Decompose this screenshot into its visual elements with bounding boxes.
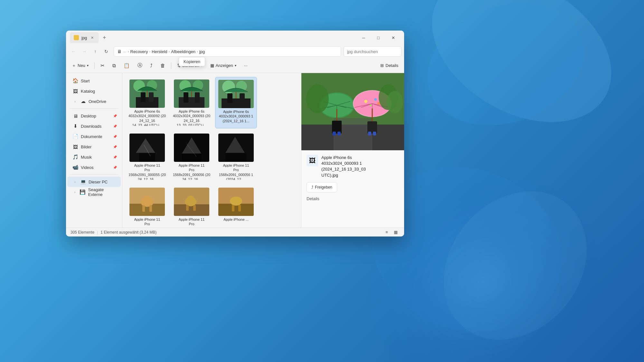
- preview-details-label: Details: [307, 196, 399, 201]
- file-explorer-window: jpg ✕ + ─ □ ✕ ← → ↑ ↻ Kopieren 🖥 ··· › R…: [66, 31, 404, 237]
- new-dropdown-icon: ▾: [87, 64, 89, 67]
- paste-button[interactable]: 📋: [120, 60, 133, 71]
- sidebar-item-downloads[interactable]: ⬇ Downloads 📌: [67, 121, 121, 131]
- file-item-8[interactable]: Apple iPhone 11Pro1587x1980_000029 (2024…: [171, 185, 213, 227]
- share-file-icon: ⤴: [311, 185, 313, 190]
- copy-button[interactable]: ⧉: [109, 60, 119, 71]
- bc-recovery[interactable]: Recovery: [130, 49, 148, 54]
- sidebar-item-desktop[interactable]: 🖥 Desktop 📌: [67, 111, 121, 121]
- breadcrumb[interactable]: 🖥 ··· › Recovery › Hersteld › Afbeelding…: [114, 46, 341, 57]
- file-item-1[interactable]: Apple iPhone 6s4032x3024_000092 (2024_12…: [126, 77, 168, 128]
- katalog-icon: 🖼: [72, 88, 78, 94]
- toolbar-sep-2: [171, 62, 171, 69]
- share-file-button[interactable]: ⤴ Freigeben: [307, 182, 337, 192]
- preview-info: 🖼 Apple iPhone 6s4032x3024_000093 1(2024…: [301, 150, 404, 206]
- sidebar-item-katalog[interactable]: 🖼 Katalog: [67, 86, 121, 96]
- svg-rect-48: [193, 205, 196, 211]
- file-item-2[interactable]: Apple iPhone 6s4032x3024_000093 (2024_12…: [171, 77, 213, 128]
- toolbar: ＋ Neu ▾ ✂ ⧉ 📋 Ⓐ ⤴ 🗑 ⇅ Sortieren ▾ ▦: [66, 58, 404, 73]
- bc-hersteld[interactable]: Hersteld: [152, 49, 167, 54]
- navigation-bar: ← → ↑ ↻ Kopieren 🖥 ··· › Recovery › Hers…: [66, 45, 404, 58]
- downloads-icon: ⬇: [72, 123, 78, 129]
- tab-close-button[interactable]: ✕: [90, 35, 95, 40]
- file-thumb-7: [129, 188, 165, 216]
- breadcrumb-more[interactable]: ···: [123, 49, 127, 54]
- file-item-7[interactable]: Apple iPhone 11Pro1587x1980_000028 (2024…: [126, 185, 168, 227]
- grid-view-button[interactable]: ▦: [392, 229, 400, 236]
- delete-icon: 🗑: [160, 63, 165, 68]
- maximize-button[interactable]: □: [371, 32, 385, 43]
- sidebar-item-dieser-pc-label: Dieser PC: [89, 180, 108, 184]
- sidebar-item-desktop-label: Desktop: [81, 114, 96, 118]
- list-view-button[interactable]: ≡: [383, 229, 391, 236]
- copy-tooltip: Kopieren: [179, 57, 205, 66]
- sidebar-item-musik[interactable]: 🎵 Musik 📌: [67, 152, 121, 162]
- title-bar: jpg ✕ + ─ □ ✕: [66, 31, 404, 45]
- minimize-button[interactable]: ─: [356, 32, 371, 43]
- file-thumb-4: [129, 134, 165, 162]
- dieser-pc-expand-icon: ›: [72, 179, 78, 184]
- file-item-6[interactable]: Apple iPhone 11Pro1568x2091_000056 1 (20…: [215, 131, 257, 182]
- rename-button[interactable]: Ⓐ: [134, 60, 146, 71]
- sidebar-item-videos[interactable]: 📹 Videos 📌: [67, 162, 121, 172]
- svg-rect-53: [238, 205, 241, 211]
- view-icon: ▦: [210, 63, 214, 68]
- file-name-9: Apple iPhone ...: [223, 217, 249, 222]
- svg-point-51: [230, 197, 242, 206]
- sidebar-item-bilder[interactable]: 🖼 Bilder 📌: [67, 142, 121, 152]
- sidebar-item-start[interactable]: 🏠 Start: [67, 76, 121, 86]
- onedrive-icon: ☁: [80, 98, 86, 104]
- back-button[interactable]: ←: [69, 47, 78, 56]
- new-button[interactable]: ＋ Neu ▾: [69, 60, 92, 71]
- file-item-3[interactable]: Apple iPhone 6s4032x3024_000093 1(2024_1…: [215, 77, 257, 128]
- svg-rect-17: [184, 92, 188, 103]
- file-name-4: Apple iPhone 11Pro1568x2091_000055 (2024…: [128, 163, 166, 180]
- dieser-pc-icon: 💻: [80, 179, 86, 185]
- preview-scene-svg: [301, 73, 404, 150]
- refresh-button[interactable]: ↻: [101, 47, 111, 56]
- new-tab-button[interactable]: +: [100, 33, 109, 42]
- file-item-9[interactable]: Apple iPhone ...: [215, 185, 257, 227]
- details-toggle-button[interactable]: ⊞ Details: [377, 60, 402, 71]
- svg-rect-84: [337, 132, 341, 135]
- bc-jpg[interactable]: jpg: [199, 49, 205, 54]
- svg-rect-18: [195, 92, 200, 103]
- sidebar-item-onedrive[interactable]: › ☁ OneDrive: [67, 96, 121, 107]
- sidebar-item-downloads-label: Downloads: [81, 124, 101, 129]
- pin-icon: 📌: [113, 114, 117, 118]
- sidebar-item-dieser-pc[interactable]: › 💻 Dieser PC: [67, 177, 121, 187]
- close-button[interactable]: ✕: [386, 32, 400, 43]
- sidebar-item-dokumente[interactable]: 📄 Dokumente 📌: [67, 131, 121, 142]
- share-button[interactable]: ⤴: [147, 60, 156, 71]
- cut-button[interactable]: ✂: [97, 60, 108, 71]
- desktop-icon: 🖥: [72, 113, 78, 119]
- forward-button[interactable]: →: [80, 47, 89, 56]
- videos-icon: 📹: [72, 164, 78, 170]
- up-button[interactable]: ↑: [90, 47, 100, 56]
- expand-icon: ›: [72, 99, 78, 104]
- file-name-5: Apple iPhone 11Pro1568x2091_000056 (2024…: [173, 163, 211, 180]
- file-name-8: Apple iPhone 11Pro1587x1980_000029 (2024…: [173, 217, 211, 227]
- new-icon: ＋: [72, 63, 76, 69]
- svg-rect-83: [333, 132, 336, 135]
- file-item-4[interactable]: Apple iPhone 11Pro1568x2091_000055 (2024…: [126, 131, 168, 182]
- selected-info: 1 Element ausgewählt (3,24 MB): [100, 230, 156, 235]
- status-bar: 305 Elemente | 1 Element ausgewählt (3,2…: [66, 227, 404, 237]
- more-options-button[interactable]: ···: [241, 60, 251, 71]
- file-item-5[interactable]: Apple iPhone 11Pro1568x2091_000056 (2024…: [171, 131, 213, 182]
- search-input[interactable]: [344, 46, 402, 57]
- home-icon: 🏠: [72, 78, 78, 84]
- active-tab[interactable]: jpg ✕: [70, 32, 99, 43]
- view-button[interactable]: ▦ Anzeigen ▾: [207, 60, 240, 71]
- file-thumb-9: [218, 188, 254, 216]
- bc-afbeeldingen[interactable]: Afbeeldingen: [171, 49, 195, 54]
- file-name-3: Apple iPhone 6s4032x3024_000093 1(2024_1…: [219, 109, 253, 123]
- rename-icon: Ⓐ: [137, 62, 142, 69]
- location-icon: 🖥: [117, 49, 122, 54]
- svg-rect-41: [142, 205, 145, 212]
- bilder-pin-icon: 📌: [113, 145, 117, 149]
- delete-button[interactable]: 🗑: [157, 60, 168, 71]
- sidebar-item-seagate[interactable]: › 💾 Seagate Externe: [67, 187, 121, 197]
- tab-label: jpg: [81, 35, 87, 40]
- musik-pin-icon: 📌: [113, 155, 117, 159]
